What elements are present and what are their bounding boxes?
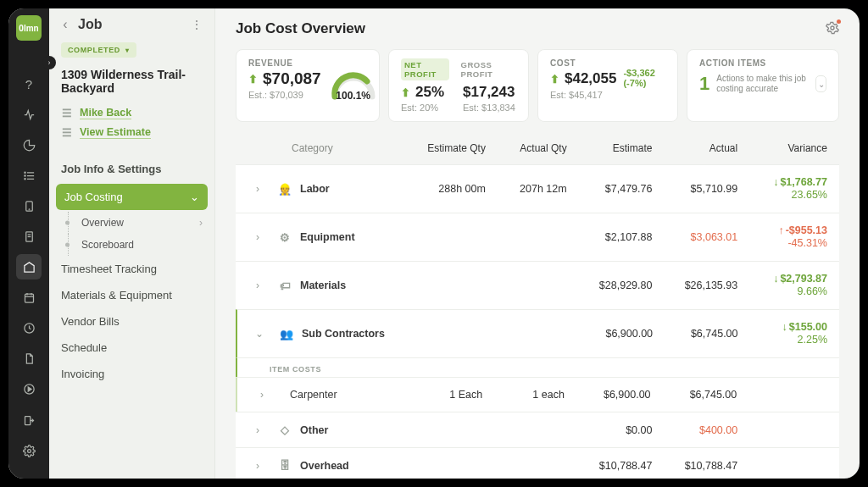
document-icon[interactable] [16, 346, 42, 371]
collapse-icon[interactable]: ⌄ [244, 328, 275, 340]
row-carpenter[interactable]: › Carpenter 1 Each 1 each $6,900.00 $6,7… [236, 377, 839, 412]
action-items-card: ACTION ITEMS 1 Actions to make this job … [687, 49, 839, 122]
table-header: Category Estimate Qty Actual Qty Estimat… [236, 134, 839, 164]
item-costs-label: ITEM COSTS [236, 357, 839, 377]
back-button[interactable]: ‹ [58, 17, 73, 32]
svg-point-5 [24, 178, 25, 179]
svg-point-7 [29, 208, 30, 209]
metric-cards: REVENUE ⬆$70,087 Est.: $70,039 100.1% NE… [236, 49, 839, 122]
file-icon[interactable] [16, 224, 42, 249]
row-subcontractors[interactable]: ⌄ 👥Sub Contractors $6,900.00 $6,745.00 ↓… [236, 309, 839, 357]
main-content: Job Cost Overview REVENUE ⬆$70,087 Est.:… [215, 8, 860, 479]
help-icon[interactable]: ? [16, 71, 42, 97]
brand-logo: 0lmn [16, 15, 42, 41]
expand-icon[interactable]: › [237, 389, 268, 401]
row-materials[interactable]: › 🏷Materials $28,929.80 $26,135.93 ↓$2,7… [236, 261, 839, 309]
estimate-icon: ☰ [61, 127, 73, 139]
up-arrow-icon: ⬆ [401, 86, 410, 99]
job-title: 1309 Wilderness Trail-Backyard [49, 68, 214, 103]
up-arrow-icon: ⬆ [248, 73, 258, 86]
down-arrow-icon: ↓ [773, 273, 778, 285]
net-profit-tab[interactable]: NET PROFIT [401, 58, 449, 80]
contact-icon: ☰ [61, 108, 73, 119]
rail-expand-toggle[interactable]: › [42, 56, 56, 69]
time-icon[interactable] [16, 315, 42, 340]
app-rail: 0lmn › ? [8, 8, 49, 479]
job-contact-link[interactable]: ☰ Mike Back [49, 103, 214, 123]
sidebar-item-job-costing[interactable]: Job Costing ⌄ [56, 184, 208, 210]
up-arrow-icon: ⬆ [550, 73, 559, 86]
svg-rect-18 [25, 416, 30, 424]
metrics-icon[interactable] [16, 132, 42, 158]
svg-point-19 [27, 449, 31, 452]
job-sidebar: ‹ Job ⋮ COMPLETED 1309 Wilderness Trail-… [49, 8, 215, 479]
expand-icon[interactable]: › [242, 424, 273, 436]
play-icon[interactable] [16, 376, 42, 401]
svg-marker-17 [28, 387, 31, 391]
down-arrow-icon: ↓ [773, 176, 778, 189]
entity-kind: Job [78, 17, 102, 32]
expand-icon[interactable]: › [242, 460, 273, 472]
action-expand-button[interactable]: ⌄ [815, 75, 826, 92]
subcontractors-icon: 👥 [280, 328, 293, 340]
sidebar-item-invoicing[interactable]: Invoicing [49, 361, 214, 387]
cost-delta: -$3,362 (-7%) [623, 68, 665, 88]
sidebar-sub-overview[interactable]: Overview › [49, 212, 214, 234]
svg-rect-11 [25, 294, 33, 302]
row-overhead[interactable]: › 🗄Overhead $10,788.47 $10,788.47 [236, 447, 839, 479]
materials-icon: 🏷 [278, 279, 292, 292]
row-equipment[interactable]: › ⚙Equipment $2,107.88 $3,063.01 ↑-$955.… [236, 213, 839, 261]
view-estimate-link[interactable]: ☰ View Estimate [49, 123, 214, 142]
settings-icon[interactable] [16, 438, 42, 463]
revenue-card: REVENUE ⬆$70,087 Est.: $70,039 100.1% [236, 49, 380, 122]
expand-icon[interactable]: › [242, 279, 273, 291]
expand-icon[interactable]: › [242, 231, 273, 243]
equipment-icon: ⚙ [278, 231, 292, 244]
labor-icon: 👷 [278, 183, 292, 196]
row-labor[interactable]: › 👷Labor 288h 00m 207h 12m $7,479.76 $5,… [236, 164, 839, 213]
sidebar-item-materials[interactable]: Materials & Equipment [49, 282, 214, 308]
overhead-icon: 🗄 [278, 459, 292, 472]
action-count: 1 [699, 73, 709, 95]
sidebar-item-schedule[interactable]: Schedule [49, 335, 214, 361]
job-costing-icon[interactable] [16, 254, 42, 279]
exit-icon[interactable] [16, 407, 42, 433]
revenue-gauge: 100.1% [330, 71, 377, 100]
cost-table: Category Estimate Qty Actual Qty Estimat… [236, 134, 839, 479]
row-other[interactable]: › ◇Other $0.00 $400.00 [236, 412, 839, 447]
sidebar-item-timesheet[interactable]: Timesheet Tracking [49, 256, 214, 282]
action-text: Actions to make this job costing accurat… [716, 74, 809, 95]
svg-point-4 [24, 174, 25, 175]
profit-card: NET PROFIT GROSS PROFIT ⬆25% Est: 20% $1… [388, 49, 529, 122]
tablet-icon[interactable] [16, 193, 42, 219]
cost-card: COST ⬆$42,055 -$3,362 (-7%) Est: $45,417 [537, 49, 678, 122]
status-chip[interactable]: COMPLETED [61, 42, 136, 58]
activity-icon[interactable] [16, 102, 42, 127]
down-arrow-icon: ↓ [782, 321, 787, 334]
sidebar-sub-scoreboard[interactable]: Scoreboard [49, 234, 214, 256]
svg-point-20 [831, 26, 834, 30]
sidebar-item-job-info[interactable]: Job Info & Settings [49, 156, 214, 182]
gross-profit-tab[interactable]: GROSS PROFIT [458, 58, 516, 80]
expand-icon[interactable]: › [242, 183, 273, 195]
other-icon: ◇ [278, 423, 292, 436]
chevron-down-icon: ⌄ [190, 191, 199, 203]
svg-point-3 [24, 172, 25, 173]
calendar-icon[interactable] [16, 285, 42, 310]
page-title: Job Cost Overview [236, 20, 365, 37]
job-menu-button[interactable]: ⋮ [191, 18, 203, 31]
page-settings-button[interactable] [826, 21, 839, 37]
list-icon[interactable] [16, 163, 42, 188]
sidebar-item-vendor[interactable]: Vendor Bills [49, 308, 214, 335]
up-arrow-icon: ↑ [778, 224, 783, 237]
chevron-right-icon: › [199, 217, 203, 229]
